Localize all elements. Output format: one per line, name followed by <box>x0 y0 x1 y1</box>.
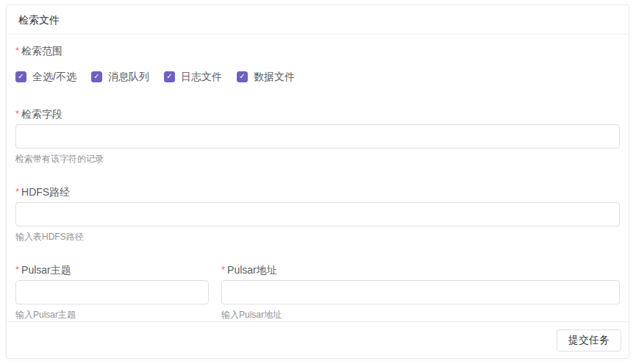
checkbox-checked-icon: ✓ <box>15 71 26 82</box>
field-pulsar-topic: *Pulsar主题 输入Pulsar主题 <box>15 264 209 320</box>
hdfs-path-label: *HDFS路经 <box>15 186 620 198</box>
check-icon: ✓ <box>166 73 172 80</box>
checkbox-select-all[interactable]: ✓ 全选/不选 <box>15 71 76 82</box>
field-pulsar-address: *Pulsar地址 输入Pulsar地址 <box>221 264 620 320</box>
search-field-helper: 检索带有该字符的记录 <box>15 154 620 164</box>
submit-task-button[interactable]: 提交任务 <box>557 329 621 351</box>
search-scope-label: *检索范围 <box>15 45 620 57</box>
field-hdfs-path: *HDFS路经 输入表HDFS路径 <box>15 186 620 242</box>
checkbox-message-queue[interactable]: ✓ 消息队列 <box>91 71 149 82</box>
check-icon: ✓ <box>93 73 99 80</box>
pulsar-address-helper: 输入Pulsar地址 <box>221 310 620 320</box>
checkbox-label: 数据文件 <box>254 71 295 82</box>
required-mark: * <box>221 264 225 275</box>
hdfs-path-helper: 输入表HDFS路径 <box>15 232 620 242</box>
checkbox-checked-icon: ✓ <box>237 71 248 82</box>
search-files-form: *检索范围 ✓ 全选/不选 ✓ 消息队列 ✓ 日志文件 ✓ 数据文件 <box>7 35 629 320</box>
search-files-panel: 检索文件 *检索范围 ✓ 全选/不选 ✓ 消息队列 ✓ 日志文件 ✓ <box>6 4 629 359</box>
checkbox-checked-icon: ✓ <box>164 71 175 82</box>
required-mark: * <box>15 108 19 119</box>
pulsar-topic-helper: 输入Pulsar主题 <box>15 310 209 320</box>
checkbox-data-files[interactable]: ✓ 数据文件 <box>237 71 295 82</box>
required-mark: * <box>15 264 19 275</box>
check-icon: ✓ <box>239 73 245 80</box>
pulsar-topic-label: *Pulsar主题 <box>15 264 209 276</box>
checkbox-label: 消息队列 <box>108 71 149 82</box>
search-field-label: *检索字段 <box>15 108 620 120</box>
pulsar-topic-input[interactable] <box>15 280 209 304</box>
checkbox-log-files[interactable]: ✓ 日志文件 <box>164 71 222 82</box>
required-mark: * <box>15 45 19 56</box>
checkbox-label: 日志文件 <box>181 71 222 82</box>
hdfs-path-input[interactable] <box>15 202 620 226</box>
check-icon: ✓ <box>18 73 24 80</box>
required-mark: * <box>15 186 19 197</box>
search-field-input[interactable] <box>15 124 620 149</box>
field-search-field: *检索字段 检索带有该字符的记录 <box>15 108 620 164</box>
pulsar-address-label: *Pulsar地址 <box>221 264 620 276</box>
pulsar-address-input[interactable] <box>221 280 620 304</box>
panel-footer: 提交任务 <box>7 321 629 358</box>
field-search-scope: *检索范围 ✓ 全选/不选 ✓ 消息队列 ✓ 日志文件 ✓ 数据文件 <box>15 45 620 82</box>
checkbox-label: 全选/不选 <box>32 71 76 82</box>
checkbox-checked-icon: ✓ <box>91 71 102 82</box>
pulsar-fields-row: *Pulsar主题 输入Pulsar主题 *Pulsar地址 输入Pulsar地… <box>15 264 620 320</box>
panel-title: 检索文件 <box>7 5 629 35</box>
search-scope-checkbox-group: ✓ 全选/不选 ✓ 消息队列 ✓ 日志文件 ✓ 数据文件 <box>15 71 620 82</box>
